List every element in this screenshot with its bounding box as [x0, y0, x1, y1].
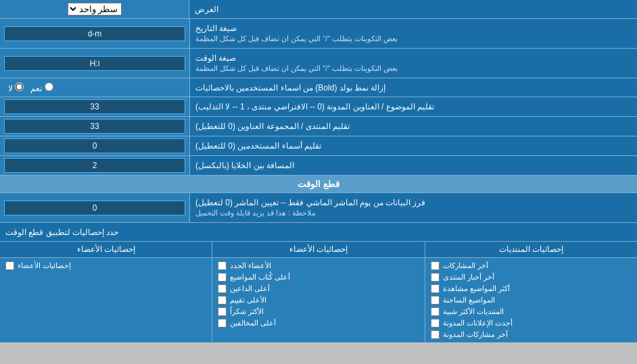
- usernames-input[interactable]: [4, 138, 185, 153]
- forum-input[interactable]: [4, 119, 185, 134]
- checkbox-col1-5[interactable]: [431, 307, 440, 316]
- checkbox-col2-6[interactable]: [218, 319, 227, 328]
- bold-radio-container: نعم لا: [0, 78, 189, 97]
- checkbox-col2-3[interactable]: [218, 284, 227, 293]
- cutoff-row: فرز البيانات من يوم الماشر الماشي فقط --…: [0, 193, 637, 223]
- cutoff-input[interactable]: [4, 201, 185, 215]
- checkbox-col2-2[interactable]: [218, 273, 227, 282]
- checkboxes-content: آخر المشاركات آخر أخبار المنتدى أكثر الم…: [0, 258, 637, 342]
- list-item: أكثر المواضيع مشاهدة: [431, 284, 632, 293]
- display-select-container[interactable]: سطر واحد: [0, 0, 189, 18]
- bold-no-radio[interactable]: [15, 82, 24, 91]
- usernames-label: تقليم أسماء المستخدمين (0 للتعطيل): [189, 136, 637, 155]
- list-item: الأعضاء الجدد: [218, 261, 419, 270]
- col3-checkboxes: إحصائيات الأعضاء: [0, 258, 212, 342]
- date-format-row: صيغة التاريخ بعض التكوينات يتطلب "/" الت…: [0, 19, 637, 49]
- cutoff-label: فرز البيانات من يوم الماشر الماشي فقط --…: [189, 193, 637, 222]
- checkbox-col2-1[interactable]: [218, 261, 227, 270]
- forum-input-container[interactable]: [0, 117, 189, 136]
- list-item: المواضيع الساخنة: [431, 296, 632, 305]
- date-format-input[interactable]: [4, 26, 185, 41]
- list-item: أحدث الإعلانات المدونة: [431, 319, 632, 328]
- checkbox-col1-3[interactable]: [431, 284, 440, 293]
- checkbox-col1-2[interactable]: [431, 273, 440, 282]
- limit-label: حدد إحصاليات لتطبيق قطع الوقت: [0, 223, 637, 241]
- bold-row: إزالة نمط بولد (Bold) من اسماء المستخدمي…: [0, 78, 637, 97]
- bold-yes-label: نعم: [30, 82, 53, 93]
- list-item: آخر أخبار المنتدى: [431, 273, 632, 282]
- date-format-label: صيغة التاريخ بعض التكوينات يتطلب "/" الت…: [189, 19, 637, 48]
- list-item: آخر مشاركات المدونة: [431, 330, 632, 339]
- display-row: العرض سطر واحد: [0, 0, 637, 19]
- list-item: الأكثر شكراً: [218, 307, 419, 316]
- col2-header: إحصائيات الأعضاء: [212, 242, 424, 257]
- usernames-input-container[interactable]: [0, 136, 189, 155]
- time-format-input[interactable]: [4, 56, 185, 71]
- date-format-input-container[interactable]: [0, 19, 189, 48]
- list-item: آخر المشاركات: [431, 261, 632, 270]
- checkbox-col2-5[interactable]: [218, 307, 227, 316]
- col1-header: إحصائيات المنتديات: [425, 242, 637, 257]
- subjects-input-container[interactable]: [0, 97, 189, 116]
- col1-checkboxes: آخر المشاركات آخر أخبار المنتدى أكثر الم…: [425, 258, 637, 342]
- checkbox-col1-4[interactable]: [431, 296, 440, 305]
- checkbox-col1-7[interactable]: [431, 330, 440, 339]
- time-format-label: صيغة الوقت بعض التكوينات يتطلب "/" التي …: [189, 49, 637, 78]
- usernames-row: تقليم أسماء المستخدمين (0 للتعطيل): [0, 136, 637, 156]
- col2-checkboxes: الأعضاء الجدد أعلى كُتاب المواضيع أعلى ا…: [212, 258, 424, 342]
- time-format-row: صيغة الوقت بعض التكوينات يتطلب "/" التي …: [0, 49, 637, 78]
- forum-label: تقليم المنتدى / المجموعة العناوين (0 للت…: [189, 117, 637, 136]
- checkbox-col2-4[interactable]: [218, 296, 227, 305]
- checkbox-col3-1[interactable]: [5, 261, 14, 270]
- subjects-input[interactable]: [4, 99, 185, 114]
- list-item: أعلى الداعين: [218, 284, 419, 293]
- checkboxes-headers: إحصائيات المنتديات إحصائيات الأعضاء إحصا…: [0, 242, 637, 258]
- list-item: المنتديات الأكثر شبية: [431, 307, 632, 316]
- limit-row: حدد إحصاليات لتطبيق قطع الوقت: [0, 223, 637, 242]
- time-format-input-container[interactable]: [0, 49, 189, 78]
- display-label: العرض: [189, 0, 637, 18]
- forum-row: تقليم المنتدى / المجموعة العناوين (0 للت…: [0, 117, 637, 136]
- spacing-input[interactable]: [4, 158, 185, 173]
- checkbox-col1-1[interactable]: [431, 261, 440, 270]
- list-item: أعلى المخالفين: [218, 319, 419, 328]
- subjects-label: تقليم الموضوع / العناوين المدونة (0 -- ا…: [189, 97, 637, 116]
- cutoff-header: قطع الوقت: [0, 176, 637, 193]
- spacing-row: المسافة بين الخلايا (بالبكسل): [0, 156, 637, 176]
- subjects-row: تقليم الموضوع / العناوين المدونة (0 -- ا…: [0, 97, 637, 117]
- bold-no-label: لا: [8, 82, 24, 93]
- display-select[interactable]: سطر واحد: [68, 3, 122, 16]
- list-item: أعلى كُتاب المواضيع: [218, 273, 419, 282]
- bold-yes-radio[interactable]: [45, 82, 53, 91]
- col3-header: إحصائيات الأعضاء: [0, 242, 212, 257]
- bold-label: إزالة نمط بولد (Bold) من اسماء المستخدمي…: [189, 78, 637, 97]
- spacing-label: المسافة بين الخلايا (بالبكسل): [189, 156, 637, 175]
- list-item: إحصائيات الأعضاء: [5, 261, 206, 270]
- spacing-input-container[interactable]: [0, 156, 189, 175]
- main-container: العرض سطر واحد صيغة التاريخ بعض التكوينا…: [0, 0, 637, 342]
- checkbox-col1-6[interactable]: [431, 319, 440, 328]
- checkboxes-section: إحصائيات المنتديات إحصائيات الأعضاء إحصا…: [0, 242, 637, 342]
- list-item: الأعلى تقييم: [218, 296, 419, 305]
- cutoff-input-container[interactable]: [0, 193, 189, 222]
